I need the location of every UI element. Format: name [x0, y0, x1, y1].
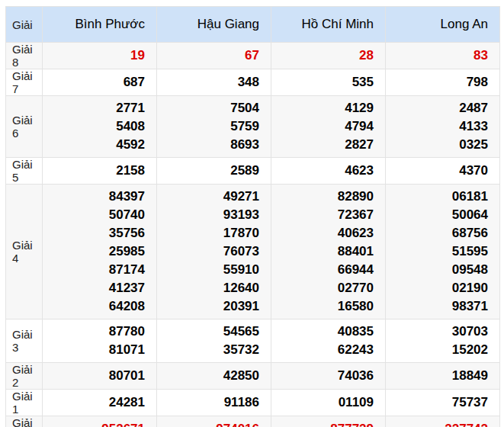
prize-row: Giải 7687348535798 [6, 69, 500, 96]
result-value: 50064 [386, 206, 488, 224]
province-header-ho-chi-minh: Hồ Chí Minh [271, 7, 386, 43]
result-value: 24281 [43, 393, 145, 412]
prize-row: Giải 62771540845927504575986934129479428… [6, 96, 500, 158]
result-value: 40623 [271, 224, 374, 242]
province-header-binh-phuoc: Bình Phước [43, 7, 157, 43]
result-cell: 2589 [157, 158, 271, 185]
result-value: 82890 [271, 188, 374, 206]
result-value: 2487 [386, 99, 488, 117]
result-cell: 67 [157, 43, 271, 69]
result-value: 81071 [43, 341, 145, 359]
prize-row: Giải 280701428507403618849 [6, 363, 500, 390]
result-value: 0325 [386, 136, 488, 154]
result-value: 4133 [386, 117, 488, 136]
result-value: 348 [157, 73, 259, 92]
prize-label: Giải 3 [6, 319, 43, 363]
result-value: 877729 [271, 420, 374, 427]
table-header: Giải Bình Phước Hậu Giang Hồ Chí Minh Lo… [6, 7, 500, 43]
result-value: 93193 [157, 206, 259, 224]
prize-row: Giải ĐB952671974016877729227742 [6, 416, 500, 427]
prize-row: Giải 48439750740357562598587174412376420… [6, 185, 500, 319]
result-value: 40835 [271, 323, 374, 341]
result-cell: 4370 [386, 158, 500, 185]
result-value: 74036 [271, 367, 374, 385]
result-cell: 4083562243 [271, 319, 386, 363]
result-value: 12640 [157, 279, 259, 297]
province-header-long-an: Long An [386, 7, 500, 43]
result-value: 75737 [386, 393, 488, 412]
result-value: 20391 [157, 297, 259, 316]
result-value: 16580 [271, 297, 374, 316]
result-cell: 750457598693 [157, 96, 271, 158]
results-body: Giải 819672883Giải 7687348535798Giải 627… [6, 43, 500, 427]
result-cell: 277154084592 [43, 96, 157, 158]
prize-row: Giải 38778081071545653573240835622433070… [6, 319, 500, 363]
result-value: 83 [386, 47, 488, 65]
result-value: 49271 [157, 188, 259, 206]
result-value: 7504 [157, 99, 259, 117]
result-value: 80701 [43, 367, 145, 385]
result-cell: 974016 [157, 416, 271, 427]
prize-label: Giải 2 [6, 363, 43, 390]
result-cell: 8778081071 [43, 319, 157, 363]
result-value: 5408 [43, 117, 145, 136]
result-value: 30703 [386, 323, 488, 341]
result-value: 72367 [271, 206, 374, 224]
result-value: 01109 [271, 393, 374, 412]
result-cell: 348 [157, 69, 271, 96]
result-value: 51595 [386, 242, 488, 261]
result-cell: 877729 [271, 416, 386, 427]
result-cell: 75737 [386, 390, 500, 416]
result-cell: 28 [271, 43, 386, 69]
result-cell: 687 [43, 69, 157, 96]
result-cell: 535 [271, 69, 386, 96]
result-cell: 4623 [271, 158, 386, 185]
result-value: 5759 [157, 117, 259, 136]
result-value: 64208 [43, 297, 145, 316]
result-value: 15202 [386, 341, 488, 359]
result-value: 88401 [271, 242, 374, 261]
result-value: 35756 [43, 224, 145, 242]
prize-row: Giải 124281911860110975737 [6, 390, 500, 416]
result-value: 98371 [386, 297, 488, 316]
result-cell: 83 [386, 43, 500, 69]
result-value: 974016 [157, 420, 259, 427]
lottery-results-table: Giải Bình Phước Hậu Giang Hồ Chí Minh Lo… [5, 6, 500, 427]
result-value: 91186 [157, 393, 259, 412]
prize-label: Giải 8 [6, 43, 43, 69]
prize-label: Giải 7 [6, 69, 43, 96]
header-row: Giải Bình Phước Hậu Giang Hồ Chí Minh Lo… [6, 7, 500, 43]
result-value: 09548 [386, 261, 488, 279]
result-value: 952671 [43, 420, 145, 427]
result-value: 67 [157, 47, 259, 65]
result-value: 35732 [157, 341, 259, 359]
result-cell: 74036 [271, 363, 386, 390]
result-value: 87780 [43, 323, 145, 341]
prize-column-header: Giải [6, 7, 43, 43]
result-value: 687 [43, 73, 145, 92]
result-value: 02770 [271, 279, 374, 297]
result-value: 42850 [157, 367, 259, 385]
result-value: 19 [43, 47, 145, 65]
result-cell: 19 [43, 43, 157, 69]
result-value: 06181 [386, 188, 488, 206]
result-cell: 412947942827 [271, 96, 386, 158]
result-cell: 01109 [271, 390, 386, 416]
prize-label: Giải ĐB [6, 416, 43, 427]
result-value: 4623 [271, 162, 374, 180]
result-cell: 5456535732 [157, 319, 271, 363]
result-cell: 49271931931787076073559101264020391 [157, 185, 271, 319]
result-value: 28 [271, 47, 374, 65]
result-cell: 227742 [386, 416, 500, 427]
result-cell: 24281 [43, 390, 157, 416]
prize-row: Giải 819672883 [6, 43, 500, 69]
result-value: 18849 [386, 367, 488, 385]
result-value: 4794 [271, 117, 374, 136]
prize-label: Giải 4 [6, 185, 43, 319]
result-value: 2771 [43, 99, 145, 117]
result-value: 4592 [43, 136, 145, 154]
prize-label: Giải 6 [6, 96, 43, 158]
result-value: 227742 [386, 420, 488, 427]
result-cell: 84397507403575625985871744123764208 [43, 185, 157, 319]
result-value: 8693 [157, 136, 259, 154]
